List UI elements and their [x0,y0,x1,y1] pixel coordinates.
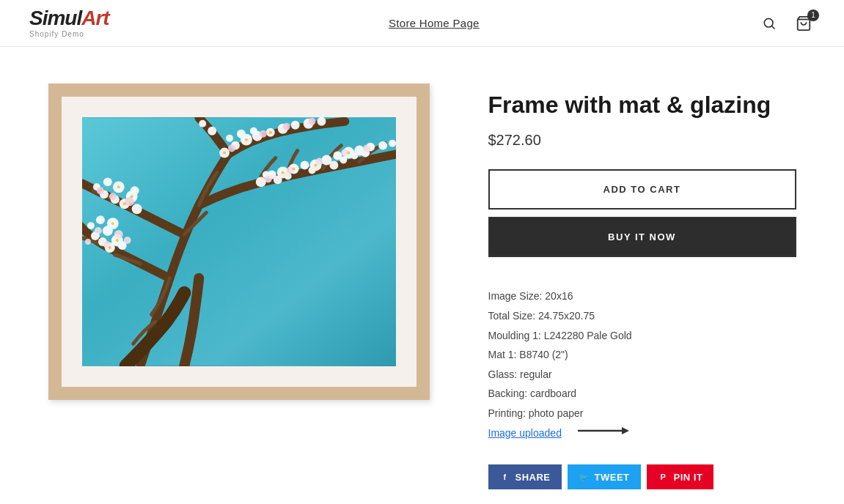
svg-point-86 [223,152,226,155]
svg-point-64 [317,117,326,126]
site-header: SimulArt Shopify Demo Store Home Page 1 [0,0,844,47]
svg-point-81 [292,167,295,170]
svg-point-74 [108,246,111,249]
svg-point-46 [340,157,347,164]
svg-point-82 [314,163,317,166]
pinterest-icon: P [658,471,669,483]
svg-point-17 [84,239,90,245]
add-to-cart-button[interactable]: ADD TO CART [488,169,796,210]
total-size: Total Size: 24.75x20.75 [488,306,796,326]
product-title: Frame with mat & glazing [488,91,796,119]
svg-line-1 [772,26,775,29]
image-size: Image Size: 20x16 [488,286,796,306]
product-price: $272.60 [488,132,796,149]
svg-point-29 [96,187,103,194]
svg-point-70 [228,145,235,152]
tweet-label: TWEET [595,472,630,483]
glass: Glass: regular [488,365,796,385]
svg-point-25 [103,177,111,186]
svg-point-50 [389,140,396,147]
share-twitter-button[interactable]: 🐦 TWEET [568,464,641,489]
svg-point-53 [315,158,323,166]
svg-point-51 [264,175,271,182]
svg-point-77 [130,195,133,198]
svg-point-69 [249,127,257,135]
svg-point-52 [286,166,293,174]
svg-point-84 [244,138,247,141]
svg-point-10 [87,222,94,229]
svg-point-65 [208,127,216,136]
svg-point-71 [259,130,266,138]
painting-svg [82,117,396,366]
svg-point-55 [363,145,370,152]
logo-simul-text: Simul [29,7,81,29]
svg-point-49 [378,141,387,150]
frame-wrapper [48,84,430,400]
header-icons: 1 [759,12,815,34]
product-info: Image Size: 20x16 Total Size: 24.75x20.7… [488,286,796,444]
svg-point-15 [94,227,101,234]
svg-point-28 [125,197,133,206]
image-uploaded-link[interactable]: Image uploaded [488,427,562,439]
svg-point-12 [95,215,104,224]
svg-point-16 [123,237,131,244]
svg-point-47 [351,152,358,160]
svg-point-62 [290,121,299,130]
cart-count: 1 [807,10,819,21]
share-pinterest-button[interactable]: P PIN IT [647,464,714,489]
svg-point-27 [109,193,116,200]
svg-marker-88 [622,427,629,434]
svg-point-75 [115,239,118,242]
svg-point-76 [111,222,114,225]
search-icon [762,16,777,31]
svg-point-68 [237,130,246,138]
main-content: Frame with mat & glazing $272.60 ADD TO … [19,47,826,504]
image-uploaded-row: Image uploaded [488,423,796,445]
svg-point-44 [308,166,315,174]
svg-point-66 [199,120,206,127]
svg-point-34 [300,161,309,170]
cart-button[interactable]: 1 [793,12,815,34]
buy-now-button[interactable]: BUY IT NOW [488,217,796,257]
printing: Printing: photo paper [488,404,796,423]
search-button[interactable] [759,13,779,34]
svg-point-78 [122,202,125,205]
product-image-container [48,84,430,400]
arrow-indicator [570,423,629,445]
svg-point-85 [268,131,271,134]
svg-point-26 [130,186,139,195]
social-buttons: f SHARE 🐦 TWEET P PIN IT [488,464,796,489]
svg-point-67 [226,135,233,142]
logo-art-text: Art [81,7,109,29]
svg-point-79 [117,185,120,188]
logo-subtitle: Shopify Demo [29,30,84,38]
painting-canvas [82,117,396,366]
svg-point-72 [282,123,290,130]
backing: Backing: cardboard [488,384,796,404]
svg-point-73 [308,118,315,125]
svg-point-22 [131,204,142,214]
frame-inner [62,97,417,387]
product-details: Frame with mat & glazing $272.60 ADD TO … [488,84,796,489]
svg-point-45 [329,161,338,170]
main-nav: Store Home Page [389,17,480,30]
mat: Mat 1: B8740 (2") [488,345,796,365]
moulding: Moulding 1: L242280 Pale Gold [488,326,796,346]
share-label: SHARE [515,472,551,483]
svg-point-80 [281,171,284,174]
svg-point-83 [347,152,350,155]
svg-point-14 [114,230,122,239]
svg-point-30 [255,177,265,187]
svg-point-0 [764,18,773,27]
store-home-link[interactable]: Store Home Page [389,17,480,29]
pin-label: PIN IT [674,472,703,483]
twitter-icon: 🐦 [579,471,590,483]
arrow-icon [570,423,629,438]
svg-point-42 [273,175,282,184]
facebook-icon: f [499,471,511,483]
site-logo[interactable]: SimulArt Shopify Demo [29,8,109,38]
share-facebook-button[interactable]: f SHARE [488,464,562,489]
